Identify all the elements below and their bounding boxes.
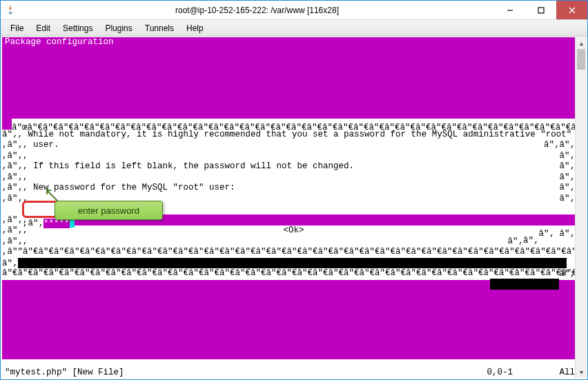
menu-file[interactable]: File: [5, 22, 29, 34]
menu-plugins[interactable]: Plugins: [99, 22, 137, 34]
menu-help[interactable]: Help: [181, 22, 209, 34]
dialog-text-line: ,â"‚, user.â"‚: [2, 140, 575, 151]
menu-settings[interactable]: Settings: [57, 22, 98, 34]
dialog-border-bottom: ,â""â"€â"€â"€â"€â"€â"€â"€â"€â"€â"€â"€â"€…: [2, 247, 575, 258]
vertical-scrollbar[interactable]: ▴ ▾: [575, 37, 587, 378]
window-title: root@ip-10-252-165-222: /var/www [116x28…: [20, 1, 494, 19]
dialog-ok-row: ,â"‚,<Ok>â"‚: [2, 226, 575, 237]
dialog-header-area: Package configuration: [2, 37, 575, 119]
dialog-border-top: â"œâ"€â"€â"€â"€â"€â"€â"€â"€â"€â"€â"€â"€â…: [2, 119, 575, 130]
dialog-footer-area: [2, 280, 575, 359]
scrollbar-thumb[interactable]: [577, 49, 585, 70]
maximize-button[interactable]: [525, 1, 556, 19]
status-filename: "mytest.php" [New File]: [5, 368, 124, 379]
dialog-prompt-line: ,â"‚, New password for the MySQL "root" …: [2, 183, 575, 194]
scroll-up-arrow-icon[interactable]: ▴: [576, 37, 587, 49]
shadow-line: â"‚â"‚: [2, 258, 575, 269]
dialog-text-line: ,â"‚,â"‚: [2, 172, 575, 183]
ok-button[interactable]: <Ok>: [284, 226, 304, 235]
annotation-callout: enter password: [55, 201, 163, 220]
annotation-text: enter password: [78, 206, 139, 216]
vim-status-line: "mytest.php" [New File] 0,0-1 All: [2, 368, 575, 379]
minimize-button[interactable]: [494, 1, 525, 19]
dialog-text-line: â"‚, While not mandatory, it is highly r…: [2, 130, 575, 141]
titlebar: root@ip-10-252-165-222: /var/www [116x28…: [1, 1, 587, 20]
menu-tunnels[interactable]: Tunnels: [139, 22, 179, 34]
menu-edit[interactable]: Edit: [30, 22, 56, 34]
dialog-text-line: ,â"‚,â"‚: [2, 151, 575, 162]
package-configuration-label: Package configuration: [2, 37, 575, 48]
dialog-text-line: ,â"‚, If this field is left blank, the p…: [2, 161, 575, 172]
svg-rect-1: [538, 8, 544, 13]
scroll-down-arrow-icon[interactable]: ▾: [576, 366, 587, 378]
close-button[interactable]: [556, 1, 587, 19]
menubar: File Edit Settings Plugins Tunnels Help: [1, 20, 587, 37]
dialog-border-bottom2: â"€â"€â"€â"€â"€â"€â"€â"€â"€â"€â"€â"€â"€â…: [2, 268, 575, 279]
dialog-text-line: ,â"‚,â"‚: [2, 237, 575, 248]
java-icon: [1, 1, 20, 19]
status-position: 0,0-1 All: [487, 368, 575, 379]
